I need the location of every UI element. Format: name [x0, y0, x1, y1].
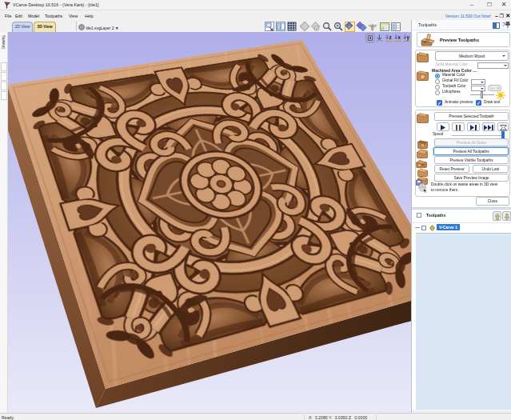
svg-text:x: x — [398, 34, 401, 40]
svg-text:y: y — [407, 34, 410, 41]
svg-text:z: z — [389, 34, 391, 40]
